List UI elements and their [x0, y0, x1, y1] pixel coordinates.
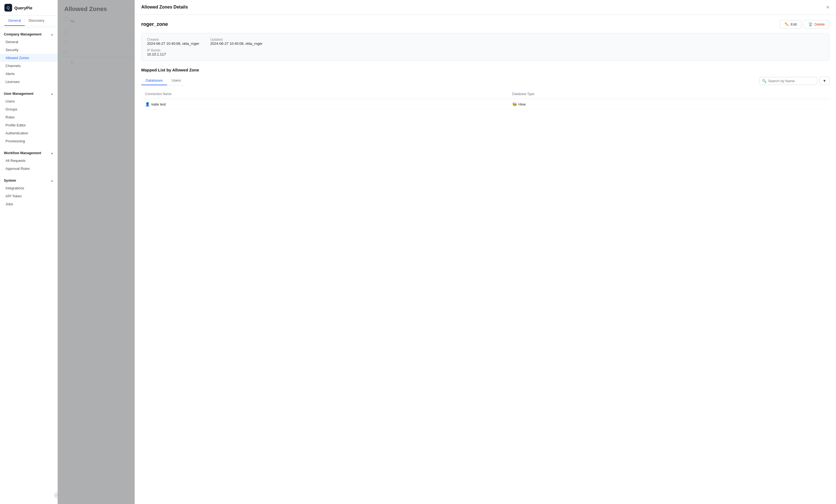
col-database-type: Database Type	[508, 89, 830, 99]
sidebar-item-all-requests[interactable]: All Requests	[0, 157, 57, 164]
sidebar-item-roles[interactable]: Roles	[0, 113, 57, 121]
col-connection-name: Connection Name	[141, 89, 508, 99]
system-header[interactable]: System ▲	[0, 177, 57, 184]
workflow-management-label: Workflow Management	[4, 151, 41, 155]
modal-title: Allowed Zones Details	[141, 5, 188, 9]
sidebar-item-approval-rules[interactable]: Approval Rules	[0, 164, 57, 173]
created-field: Created 2024-06-27 10:40:08, okta_roger	[147, 38, 199, 46]
search-icon: 🔍	[762, 79, 766, 83]
modal-close-button[interactable]: ×	[826, 4, 830, 10]
ip-bands-field: IP Bands 10.10.1.117	[147, 49, 166, 56]
connection-icon: 👤	[145, 102, 150, 106]
top-nav: General Discovery	[0, 16, 57, 26]
logo-area: Q QueryPie	[0, 0, 57, 16]
sidebar-item-integrations[interactable]: Integrations	[0, 184, 57, 192]
filter-icon: ▼	[822, 79, 826, 83]
chevron-up-icon-2: ▲	[51, 92, 54, 95]
sidebar-item-channels[interactable]: Channels	[0, 62, 57, 70]
zone-info-box: Created 2024-06-27 10:40:08, okta_roger …	[141, 33, 830, 61]
user-management-label: User Management	[4, 92, 34, 96]
table-row: 👤 katie test 🐝 Hive	[141, 99, 830, 110]
tab-users[interactable]: Users	[167, 76, 185, 85]
table-header-row: Connection Name Database Type	[141, 89, 830, 99]
logo-icon: Q	[4, 4, 12, 12]
modal-panel: Allowed Zones Details × roger_zone ✏️ Ed…	[135, 0, 836, 504]
search-input[interactable]	[768, 79, 814, 83]
sidebar-item-jobs[interactable]: Jobs	[0, 200, 57, 208]
tabs-row: Databases Users 🔍 ▼	[141, 76, 830, 85]
section-workflow-management: Workflow Management ▲ All Requests Appro…	[0, 146, 57, 174]
info-row-created-updated: Created 2024-06-27 10:40:08, okta_roger …	[147, 38, 824, 46]
sidebar-item-allowed-zones[interactable]: Allowed Zones	[0, 54, 57, 62]
modal-header: Allowed Zones Details ×	[135, 0, 836, 15]
delete-icon: 🗑️	[808, 22, 813, 26]
tab-general[interactable]: General	[4, 16, 25, 26]
section-user-management: User Management ▲ Users Groups Roles Pro…	[0, 87, 57, 146]
chevron-up-icon-3: ▲	[51, 151, 54, 155]
mapped-list-title: Mapped List by Allowed Zone	[141, 67, 830, 72]
db-users-tabs: Databases Users	[141, 76, 185, 85]
edit-button[interactable]: ✏️ Edit	[780, 20, 801, 28]
zone-name-row: roger_zone ✏️ Edit 🗑️ Delete	[141, 20, 830, 28]
sidebar-item-users[interactable]: Users	[0, 97, 57, 105]
chevron-up-icon-4: ▲	[51, 179, 54, 182]
section-system: System ▲ Integrations API Token Jobs	[0, 174, 57, 209]
sidebar-item-licenses[interactable]: Licenses	[0, 78, 57, 86]
modal-body: roger_zone ✏️ Edit 🗑️ Delete Created	[135, 15, 836, 504]
search-filter-row: 🔍 ▼	[759, 77, 830, 85]
sidebar-item-security[interactable]: Security	[0, 46, 57, 54]
workflow-management-header[interactable]: Workflow Management ▲	[0, 150, 57, 157]
edit-icon: ✏️	[785, 22, 789, 26]
zone-name: roger_zone	[141, 21, 168, 27]
sidebar-collapse-button[interactable]: ‹	[54, 492, 58, 499]
delete-button[interactable]: 🗑️ Delete	[803, 20, 830, 28]
sidebar-item-provisioning[interactable]: Provisioning	[0, 137, 57, 145]
sidebar-item-profile-editor[interactable]: Profile Editor	[0, 121, 57, 129]
connections-table: Connection Name Database Type 👤 katie te…	[141, 89, 830, 110]
filter-button[interactable]: ▼	[819, 77, 830, 85]
sidebar-item-general[interactable]: General	[0, 38, 57, 46]
tab-discovery[interactable]: Discovery	[25, 16, 48, 26]
sidebar-item-api-token[interactable]: API Token	[0, 192, 57, 200]
sidebar: Q QueryPie General Discovery Company Man…	[0, 0, 58, 504]
info-row-ip-bands: IP Bands 10.10.1.117	[147, 49, 824, 56]
section-company-management: Company Management ▲ General Security Al…	[0, 27, 57, 87]
updated-field: Updated 2024-06-27 10:40:08, okta_roger	[210, 38, 263, 46]
user-management-header[interactable]: User Management ▲	[0, 91, 57, 97]
main-content: Allowed Zones Na 1 Allowed Zones Details…	[58, 0, 836, 504]
sidebar-item-alerts[interactable]: Alerts	[0, 70, 57, 78]
sidebar-item-authentication[interactable]: Authentication	[0, 129, 57, 137]
chevron-up-icon: ▲	[51, 33, 54, 36]
action-buttons: ✏️ Edit 🗑️ Delete	[780, 20, 830, 28]
tab-databases[interactable]: Databases	[141, 76, 167, 85]
db-type-icon: 🐝	[512, 102, 517, 106]
connection-name-cell: 👤 katie test	[141, 99, 508, 110]
search-box: 🔍	[759, 77, 817, 85]
sidebar-item-groups[interactable]: Groups	[0, 105, 57, 113]
connection-name: katie test	[151, 102, 166, 106]
db-type-name: Hive	[518, 102, 526, 106]
db-type-cell: 🐝 Hive	[508, 99, 830, 110]
table-body: 👤 katie test 🐝 Hive	[141, 99, 830, 110]
system-label: System	[4, 179, 16, 182]
company-management-header[interactable]: Company Management ▲	[0, 31, 57, 38]
logo-text: QueryPie	[14, 5, 33, 10]
